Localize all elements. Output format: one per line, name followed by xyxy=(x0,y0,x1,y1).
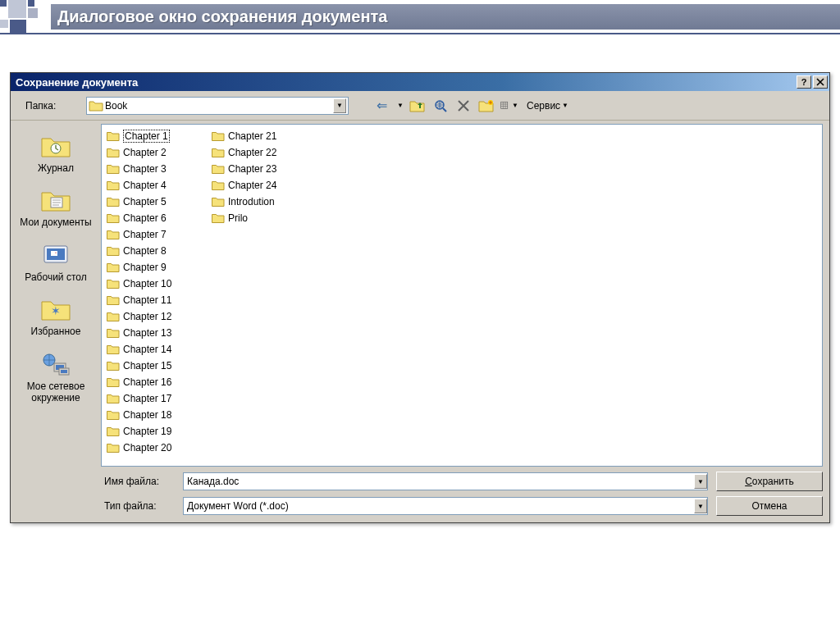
list-item[interactable]: Chapter 9 xyxy=(105,259,210,276)
list-item[interactable]: Chapter 14 xyxy=(105,341,210,358)
search-web-button[interactable] xyxy=(431,96,450,116)
folder-label: Папка: xyxy=(17,100,83,112)
list-item[interactable]: Chapter 3 xyxy=(105,161,210,177)
list-item[interactable]: Introdution xyxy=(210,194,315,210)
svg-text:✶: ✶ xyxy=(51,304,61,317)
folder-icon xyxy=(107,245,120,257)
back-button[interactable]: ⇐ xyxy=(372,96,391,116)
up-folder-button[interactable] xyxy=(408,96,427,116)
folder-icon xyxy=(107,163,120,175)
filetype-dropdown[interactable]: Документ Word (*.doc) ▼ xyxy=(183,497,708,515)
save-button[interactable]: Сохранить xyxy=(716,472,823,491)
list-item[interactable]: Chapter 12 xyxy=(105,308,210,325)
list-item[interactable]: Chapter 21 xyxy=(210,128,315,144)
filetype-dropdown-caret[interactable]: ▼ xyxy=(694,499,707,513)
file-name: Chapter 2 xyxy=(123,147,167,158)
file-list[interactable]: Chapter 1Chapter 2Chapter 3Chapter 4Chap… xyxy=(101,124,823,467)
list-item[interactable]: Chapter 15 xyxy=(105,358,210,374)
tools-menu-label: Сервис xyxy=(527,100,560,112)
list-item[interactable]: Chapter 7 xyxy=(105,226,210,243)
list-item[interactable]: Chapter 24 xyxy=(210,177,315,194)
place-label: Мои документы xyxy=(20,217,91,228)
place-network[interactable]: Мое сетевое окружение xyxy=(16,344,96,408)
list-item[interactable]: Chapter 4 xyxy=(105,177,210,194)
list-item[interactable]: Chapter 5 xyxy=(105,194,210,210)
file-name: Chapter 13 xyxy=(123,327,171,339)
file-name: Chapter 23 xyxy=(228,163,276,175)
history-icon xyxy=(39,131,72,161)
list-item[interactable]: Chapter 23 xyxy=(210,161,315,177)
file-name: Chapter 8 xyxy=(123,245,167,257)
list-item[interactable]: Chapter 19 xyxy=(105,423,210,440)
list-item[interactable]: Chapter 11 xyxy=(105,292,210,308)
titlebar[interactable]: Сохранение документа ? xyxy=(11,73,829,91)
folder-icon xyxy=(212,180,225,191)
folder-icon xyxy=(107,212,120,224)
list-item[interactable]: Chapter 2 xyxy=(105,144,210,161)
file-name: Introdution xyxy=(228,196,275,207)
place-my-documents[interactable]: Мои документы xyxy=(16,180,96,232)
back-history-button[interactable]: ▼ xyxy=(395,96,404,116)
filename-dropdown-caret[interactable]: ▼ xyxy=(694,474,707,489)
list-item[interactable]: Chapter 18 xyxy=(105,407,210,423)
file-name: Chapter 12 xyxy=(123,311,171,322)
file-name: Chapter 11 xyxy=(123,294,171,306)
network-icon xyxy=(39,349,72,379)
chevron-down-icon: ▼ xyxy=(562,102,568,109)
cancel-button[interactable]: Отмена xyxy=(716,496,823,516)
list-item[interactable]: Chapter 22 xyxy=(210,144,315,161)
list-item[interactable]: Chapter 1 xyxy=(105,128,210,144)
place-desktop[interactable]: Рабочий стол xyxy=(16,235,96,287)
close-icon xyxy=(816,78,824,86)
new-folder-button[interactable] xyxy=(477,96,496,116)
filename-value: Канада.doc xyxy=(187,476,694,487)
documents-icon xyxy=(39,185,72,215)
filename-input[interactable]: Канада.doc ▼ xyxy=(183,472,708,490)
file-name: Prilo xyxy=(228,212,248,224)
filename-label: Имя файла: xyxy=(101,476,176,487)
file-name: Chapter 16 xyxy=(123,376,171,388)
folder-icon xyxy=(89,99,103,112)
close-button[interactable] xyxy=(813,75,828,89)
file-name: Chapter 1 xyxy=(123,130,170,143)
list-item[interactable]: Chapter 20 xyxy=(105,440,210,456)
folder-icon xyxy=(107,426,120,437)
file-name: Chapter 10 xyxy=(123,278,171,289)
folder-icon xyxy=(107,147,120,158)
delete-button[interactable] xyxy=(454,96,473,116)
file-name: Chapter 15 xyxy=(123,360,171,371)
new-folder-icon xyxy=(478,98,495,113)
arrow-left-icon: ⇐ xyxy=(377,98,387,113)
places-bar: Журнал Мои документы Рабочий стол ✶ Избр… xyxy=(11,121,101,522)
folder-icon xyxy=(107,311,120,322)
slide-header: Диалоговое окно сохранения документа xyxy=(0,0,840,33)
svg-rect-13 xyxy=(61,370,67,373)
list-item[interactable]: Chapter 6 xyxy=(105,210,210,226)
chevron-down-icon: ▼ xyxy=(397,102,404,109)
place-history[interactable]: Журнал xyxy=(16,125,96,178)
place-favorites[interactable]: ✶ Избранное xyxy=(16,289,96,341)
filetype-label: Тип файла: xyxy=(101,500,176,512)
folder-icon xyxy=(107,229,120,240)
search-globe-icon xyxy=(433,98,448,113)
file-name: Chapter 6 xyxy=(123,212,167,224)
list-item[interactable]: Prilo xyxy=(210,210,315,226)
list-item[interactable]: Chapter 17 xyxy=(105,390,210,407)
file-name: Chapter 20 xyxy=(123,442,171,454)
list-item[interactable]: Chapter 13 xyxy=(105,325,210,341)
tools-menu-button[interactable]: Сервис ▼ xyxy=(523,96,573,116)
views-button[interactable]: ▼ xyxy=(500,96,519,116)
list-item[interactable]: Chapter 10 xyxy=(105,276,210,292)
folder-dropdown-caret[interactable]: ▼ xyxy=(333,98,346,113)
folder-icon xyxy=(107,294,120,306)
list-item[interactable]: Chapter 8 xyxy=(105,243,210,259)
filetype-value: Документ Word (*.doc) xyxy=(187,500,694,512)
file-name: Chapter 24 xyxy=(228,180,276,191)
save-dialog: Сохранение документа ? Папка: Book ▼ ⇐ ▼ xyxy=(10,72,830,523)
folder-dropdown-value: Book xyxy=(103,100,333,112)
help-button[interactable]: ? xyxy=(797,75,811,89)
list-item[interactable]: Chapter 16 xyxy=(105,374,210,390)
folder-dropdown[interactable]: Book ▼ xyxy=(86,97,349,115)
slide-title: Диалоговое окно сохранения документа xyxy=(51,4,840,30)
file-name: Chapter 21 xyxy=(228,130,276,142)
